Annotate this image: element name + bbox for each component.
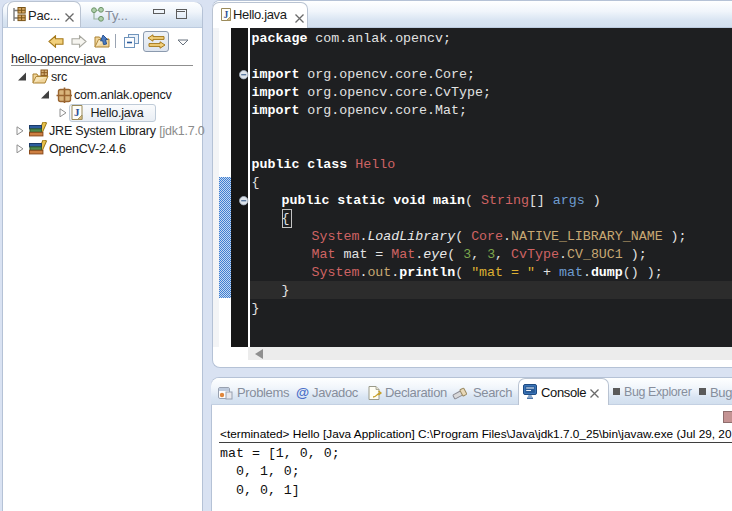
svg-text:J: J xyxy=(74,106,80,118)
svg-text:J: J xyxy=(223,10,228,20)
